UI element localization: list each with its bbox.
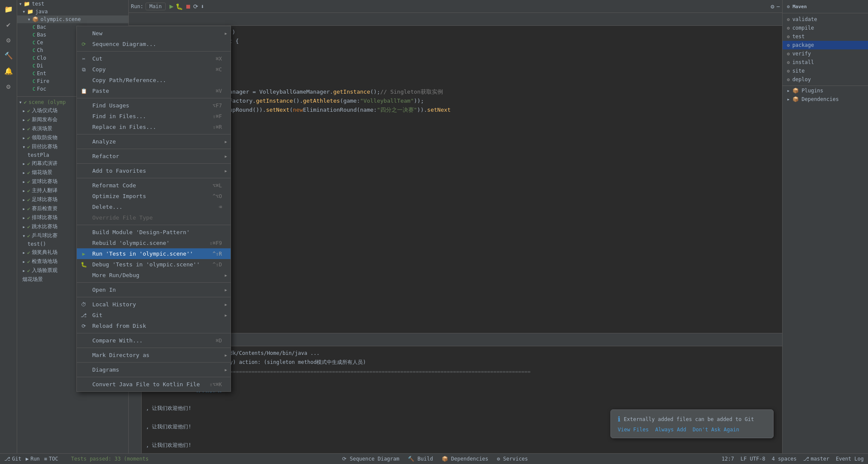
menu-item-copy-path[interactable]: Copy Path/Reference...	[77, 75, 231, 85]
expand-icon: ▸	[22, 161, 25, 167]
maven-test[interactable]: ⚙ test	[783, 32, 868, 41]
menu-sep-10	[77, 333, 231, 333]
project-icon[interactable]: 📁	[2, 2, 15, 16]
cursor-position: 12:7	[722, 456, 734, 462]
deps-icon: 📦	[792, 96, 799, 102]
menu-item-reload-from-disk[interactable]: ⟳ Reload from Disk	[77, 321, 231, 331]
tree-label: Fire	[37, 78, 49, 84]
menu-item-rebuild[interactable]: Rebuild 'olympic.scene' ⇧⌘F9	[77, 238, 231, 248]
menu-item-local-history[interactable]: ⏱ Local History	[77, 299, 231, 310]
expand-icon: ▸	[787, 88, 790, 94]
menu-item-add-to-favorites[interactable]: Add to Favorites	[77, 165, 231, 176]
menu-item-find-usages[interactable]: Find Usages ⌥F7	[77, 100, 231, 111]
expand-icon: ▸	[22, 250, 25, 256]
menu-item-diagrams[interactable]: Diagrams	[77, 364, 231, 375]
maven-dependencies[interactable]: ▸ 📦 Dependencies	[783, 95, 868, 104]
maven-plugins[interactable]: ▸ 📦 Plugins	[783, 85, 868, 95]
git-tab-btn[interactable]: ⎇ Git	[4, 456, 21, 462]
tree-label: 入场仪式场	[32, 107, 58, 114]
menu-item-optimize[interactable]: Optimize Imports ^⌥O	[77, 191, 231, 201]
toc-tab-btn[interactable]: ≡ TOC	[44, 456, 58, 462]
info-icon: ℹ	[618, 415, 620, 423]
menu-sep-2	[77, 98, 231, 98]
menu-item-cut[interactable]: ✂ Cut ⌘X	[77, 53, 231, 64]
run-stop-btn[interactable]: ⏹	[185, 3, 191, 10]
maven-header: ⚙ Maven	[783, 0, 868, 13]
tree-item-olympic-scene[interactable]: ▾ 📦 olympic.scene	[17, 15, 128, 23]
output-line-2: tory) method: (PersonFactory) action: (s…	[146, 358, 778, 366]
menu-item-find-in-files[interactable]: Find in Files... ⇧⌘F	[77, 111, 231, 122]
dependencies-tab[interactable]: 📦 Dependencies	[442, 456, 489, 462]
menu-item-more-run[interactable]: More Run/Debug	[77, 270, 231, 281]
check-icon: ✔	[27, 144, 30, 150]
tree-item-java[interactable]: ▾ 📁 java	[17, 8, 128, 15]
menu-item-git[interactable]: ⎇ Git	[77, 310, 231, 321]
maven-verify[interactable]: ⚙ verify	[783, 49, 868, 58]
java-icon: C	[33, 25, 35, 30]
tree-label: 领取防疫物	[32, 134, 58, 141]
sequence-diagram-tab[interactable]: ⟳ Sequence Diagram	[342, 456, 399, 462]
menu-item-debug-tests[interactable]: 🐛 Debug 'Tests in 'olympic.scene'' ^⇧D	[77, 259, 231, 270]
menu-item-paste[interactable]: 📋 Paste ⌘V	[77, 85, 231, 96]
check-icon: ✔	[27, 108, 30, 114]
notification-icon[interactable]: 🔔	[2, 64, 15, 78]
commit-icon[interactable]: ✔	[2, 18, 15, 31]
run-down-btn[interactable]: ⬇	[200, 3, 204, 10]
tree-label: 田径比赛场	[32, 143, 58, 150]
run-rerun-btn[interactable]: ⟳	[193, 3, 198, 10]
tree-item-test[interactable]: ▾ 📁 test	[17, 0, 128, 8]
maven-deploy[interactable]: ⚙ deploy	[783, 75, 868, 84]
tree-label: 检查场地场	[32, 258, 58, 265]
maven-validate[interactable]: ⚙ validate	[783, 15, 868, 24]
branch-info[interactable]: ⎇ master	[803, 456, 829, 462]
structure-icon[interactable]: ⚙	[2, 33, 15, 47]
menu-item-sequence-diagram[interactable]: ⟳ Sequence Diagram...	[77, 39, 231, 49]
menu-item-replace-in-files[interactable]: Replace in Files... ⇧⌘R	[77, 122, 231, 132]
menu-item-copy[interactable]: ⧉ Copy ⌘C	[77, 64, 231, 75]
menu-item-refactor[interactable]: Refactor	[77, 151, 231, 162]
run-play-btn[interactable]: ▶	[170, 2, 174, 10]
run-debug-btn[interactable]: 🐛	[176, 3, 183, 10]
menu-item-open-in[interactable]: Open In	[77, 284, 231, 295]
tree-label: olympic.scene	[40, 16, 81, 22]
expand-icon: ▸	[22, 135, 25, 141]
menu-item-analyze[interactable]: Analyze	[77, 136, 231, 147]
bottom-tabs-bar: ▶ Main	[142, 333, 782, 346]
menu-item-convert-java[interactable]: Convert Java File to Kotlin File ⇧⌥⌘K	[77, 379, 231, 390]
tree-label: 主持人翻译	[32, 187, 58, 194]
tree-label: 烟花场景	[32, 169, 52, 176]
tree-label: Ch	[37, 47, 43, 53]
minimize-icon[interactable]: −	[777, 3, 780, 10]
run-tab-btn[interactable]: ▶ Run	[26, 456, 40, 462]
view-files-link[interactable]: View Files	[618, 427, 649, 433]
settings-icon-left[interactable]: ⚙	[2, 79, 15, 93]
notification-popup: ℹ Externally added files can be added to…	[610, 409, 774, 438]
check-icon: ✔	[27, 224, 30, 230]
maven-install[interactable]: ⚙ install	[783, 58, 868, 67]
package-icon: 📦	[32, 16, 39, 22]
build-icon[interactable]: 🔨	[2, 49, 15, 62]
gear-icon-sm: ⚙	[787, 34, 790, 40]
run-config-badge[interactable]: Main	[146, 3, 166, 10]
menu-item-reformat[interactable]: Reformat Code ⌥⌘L	[77, 180, 231, 191]
tree-label: testPla	[27, 152, 49, 158]
maven-compile[interactable]: ⚙ compile	[783, 24, 868, 32]
maven-package[interactable]: ⚙ package	[783, 41, 868, 49]
check-icon: ✔	[27, 250, 30, 256]
menu-item-mark-directory[interactable]: Mark Directory as	[77, 350, 231, 360]
dont-ask-link[interactable]: Don't Ask Again	[693, 427, 739, 433]
menu-item-new[interactable]: New	[77, 28, 231, 39]
plugin-icon: 📦	[792, 88, 799, 94]
always-add-link[interactable]: Always Add	[655, 427, 686, 433]
gear-icon[interactable]: ⚙	[771, 3, 774, 10]
build-tab[interactable]: 🔨 Build	[408, 456, 433, 462]
menu-item-compare-with[interactable]: Compare With... ⌘D	[77, 335, 231, 346]
expand-icon: ▸	[22, 224, 25, 230]
menu-item-delete[interactable]: Delete... ⌫	[77, 201, 231, 212]
maven-site[interactable]: ⚙ site	[783, 67, 868, 75]
menu-item-build-module[interactable]: Build Module 'Design-Pattern'	[77, 227, 231, 238]
menu-item-run-tests[interactable]: ▶ Run 'Tests in 'olympic.scene'' ^⇧R	[77, 248, 231, 259]
event-log-btn[interactable]: Event Log	[836, 456, 864, 462]
services-tab[interactable]: ⚙ Services	[497, 456, 528, 462]
tree-label: Bas	[37, 32, 46, 38]
